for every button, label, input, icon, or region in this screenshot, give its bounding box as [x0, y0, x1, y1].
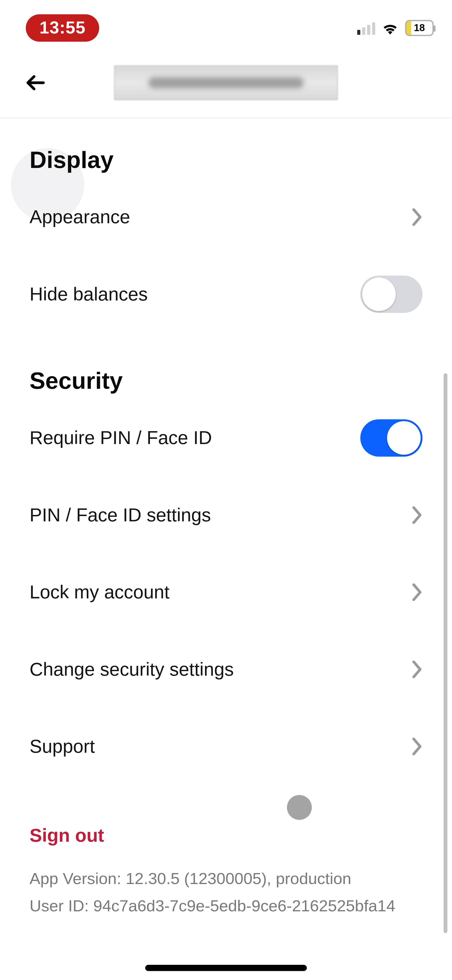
status-right-cluster: 18 — [357, 20, 434, 36]
row-lock-account[interactable]: Lock my account — [29, 554, 422, 631]
toggle-hide-balances[interactable] — [360, 275, 423, 313]
sign-out-button[interactable]: Sign out — [29, 825, 422, 846]
row-pin-settings[interactable]: PIN / Face ID settings — [29, 477, 422, 554]
phone-frame: 13:55 18 — [1, 0, 451, 977]
row-appearance[interactable]: Appearance — [29, 178, 422, 256]
chevron-right-icon — [411, 506, 423, 524]
row-label: PIN / Face ID settings — [29, 504, 211, 526]
row-label: Support — [29, 736, 95, 757]
chevron-right-icon — [411, 208, 423, 226]
status-bar: 13:55 18 — [1, 9, 451, 47]
row-label: Require PIN / Face ID — [29, 427, 212, 449]
row-require-pin: Require PIN / Face ID — [29, 399, 422, 476]
row-label: Lock my account — [29, 582, 169, 603]
battery-icon: 18 — [405, 20, 434, 36]
section-heading-security: Security — [29, 368, 422, 395]
header — [1, 48, 451, 118]
home-indicator[interactable] — [145, 965, 307, 971]
row-change-security[interactable]: Change security settings — [29, 631, 422, 708]
toggle-knob — [387, 421, 420, 455]
section-heading-display: Display — [29, 147, 422, 174]
touch-indicator-dot — [287, 795, 312, 820]
scroll-indicator — [444, 373, 447, 933]
row-support[interactable]: Support — [29, 708, 422, 785]
cellular-signal-icon — [357, 21, 375, 35]
row-hide-balances: Hide balances — [29, 256, 422, 333]
back-button[interactable] — [20, 67, 51, 98]
chevron-right-icon — [411, 738, 423, 755]
user-id-text: User ID: 94c7a6d3-7c9e-5edb-9ce6-2162525… — [29, 892, 422, 920]
row-label: Appearance — [29, 207, 130, 228]
toggle-knob — [362, 278, 396, 311]
battery-percent: 18 — [406, 22, 432, 34]
row-label: Change security settings — [29, 659, 234, 680]
arrow-left-icon — [23, 70, 48, 95]
chevron-right-icon — [411, 660, 423, 678]
settings-content: Display Appearance Hide balances Securit… — [1, 118, 451, 920]
status-time: 13:55 — [26, 14, 99, 41]
toggle-require-pin[interactable] — [360, 419, 423, 457]
page-title-redacted — [114, 65, 338, 100]
app-version-text: App Version: 12.30.5 (12300005), product… — [29, 865, 422, 892]
chevron-right-icon — [411, 584, 423, 601]
row-label: Hide balances — [29, 284, 147, 305]
wifi-icon — [381, 21, 399, 35]
